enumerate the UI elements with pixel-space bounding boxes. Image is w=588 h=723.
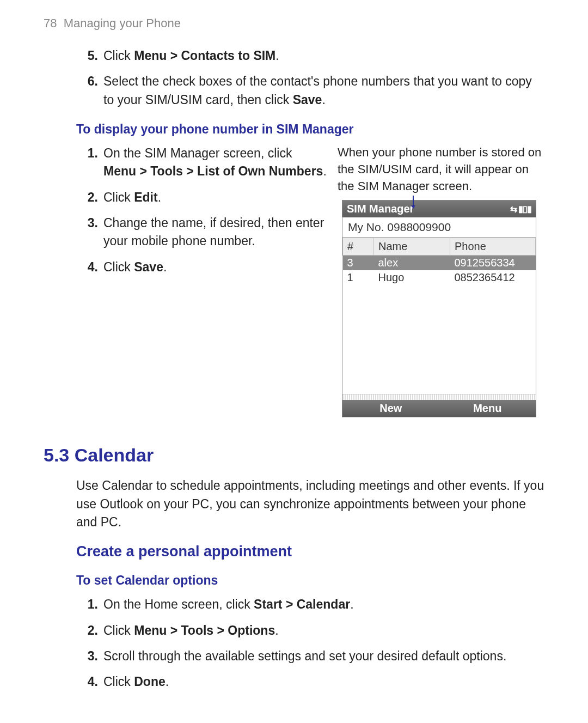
table-row: 3alex0912556334 (343, 256, 536, 271)
bold-term: Menu > Tools > Options (134, 623, 275, 637)
cell-phone: 0912556334 (450, 256, 536, 271)
list-item: 4.Click Done. (76, 673, 544, 691)
running-header: 78 Managing your Phone (44, 16, 550, 31)
step-text: Change the name, if desired, then enter … (103, 214, 327, 251)
sim-title: SIM Manager (347, 203, 414, 215)
sim-scrollbar (342, 394, 536, 400)
screenshot-caption: When your phone number is stored on the … (338, 144, 544, 195)
list-item: 2.Click Edit. (76, 189, 327, 206)
step-text: On the Home screen, click Start > Calend… (103, 596, 544, 613)
list-item: 4.Click Save. (76, 258, 327, 276)
cell-idx: 3 (343, 256, 374, 271)
topic-create-appointment: Create a personal appointment (76, 543, 544, 560)
step-number: 4. (76, 258, 103, 276)
callout-pointer (413, 196, 414, 206)
list-item: 3.Change the name, if desired, then ente… (76, 214, 327, 251)
status-icons: ⇆ ▮▯▮ (510, 204, 531, 214)
bold-term: Save (134, 260, 163, 274)
step-number: 3. (76, 214, 103, 251)
list-item: 5.Click Menu > Contacts to SIM. (76, 47, 544, 65)
sim-empty-area (342, 285, 536, 394)
sim-my-number: My No. 0988009900 (342, 217, 536, 238)
step-text: Scroll through the available settings an… (103, 647, 544, 665)
steps-contacts-to-sim: 5.Click Menu > Contacts to SIM.6.Select … (76, 47, 544, 109)
step-text: Click Edit. (103, 189, 327, 206)
list-item: 2.Click Menu > Tools > Options. (76, 622, 544, 640)
col-index: # (343, 238, 374, 256)
step-number: 1. (76, 144, 103, 181)
cell-phone: 0852365412 (450, 270, 536, 285)
cell-name: alex (374, 256, 450, 271)
bold-term: Start > Calendar (254, 597, 350, 611)
cell-name: Hugo (374, 270, 450, 285)
step-number: 5. (76, 47, 103, 65)
bold-term: Menu > Tools > List of Own Numbers (103, 164, 323, 178)
step-text: On the SIM Manager screen, click Menu > … (103, 144, 327, 181)
bold-term: Done (134, 675, 166, 689)
step-text: Click Done. (103, 673, 544, 691)
bold-term: Edit (134, 190, 157, 204)
step-number: 2. (76, 622, 103, 640)
table-row: 1Hugo0852365412 (343, 270, 536, 285)
softkey-menu: Menu (439, 402, 536, 415)
step-number: 3. (76, 647, 103, 665)
sim-titlebar: SIM Manager ⇆ ▮▯▮ (342, 201, 536, 217)
sim-manager-screenshot: SIM Manager ⇆ ▮▯▮ My No. 0988009900 # Na… (342, 200, 544, 417)
list-item: 1.On the SIM Manager screen, click Menu … (76, 144, 327, 181)
list-item: 6.Select the check boxes of the contact'… (76, 72, 544, 109)
bold-term: Menu > Contacts to SIM (134, 48, 275, 63)
steps-display-number: 1.On the SIM Manager screen, click Menu … (76, 144, 327, 276)
step-text: Click Menu > Tools > Options. (103, 622, 544, 640)
step-number: 6. (76, 72, 103, 109)
col-name: Name (374, 238, 450, 256)
list-item: 3.Scroll through the available settings … (76, 647, 544, 665)
step-text: Click Save. (103, 258, 327, 276)
chapter-title: Managing your Phone (64, 16, 181, 30)
step-text: Select the check boxes of the contact's … (103, 72, 544, 109)
sim-rows: 3alex09125563341Hugo0852365412 (343, 256, 536, 285)
bold-term: Save (293, 93, 322, 107)
heading-set-options: To set Calendar options (76, 573, 544, 588)
step-text: Click Menu > Contacts to SIM. (103, 47, 544, 65)
cell-idx: 1 (343, 270, 374, 285)
heading-display-number: To display your phone number in SIM Mana… (76, 122, 544, 137)
col-phone: Phone (450, 238, 536, 256)
section-title-calendar: 5.3 Calendar (44, 445, 550, 466)
calendar-intro: Use Calendar to schedule appointments, i… (76, 477, 544, 531)
steps-calendar-options: 1.On the Home screen, click Start > Cale… (76, 596, 544, 691)
step-number: 1. (76, 596, 103, 613)
step-number: 2. (76, 189, 103, 206)
step-number: 4. (76, 673, 103, 691)
sim-contacts-table: # Name Phone 3alex09125563341Hugo0852365… (342, 238, 536, 285)
list-item: 1.On the Home screen, click Start > Cale… (76, 596, 544, 613)
page-number: 78 (44, 16, 57, 30)
softkey-new: New (342, 402, 439, 415)
